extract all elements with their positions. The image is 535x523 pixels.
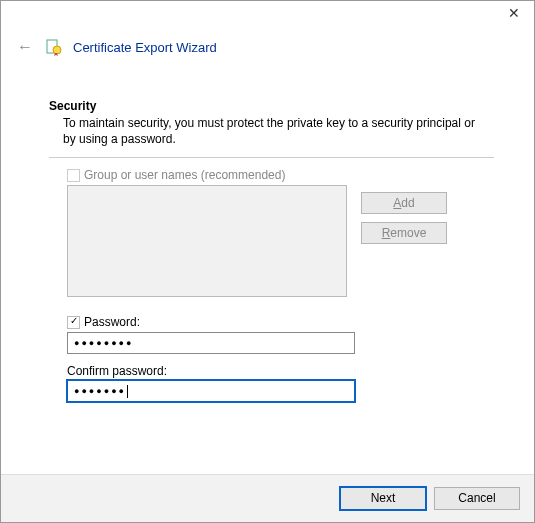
wizard-window: ✕ ← Certificate Export Wizard Security T… [0,0,535,523]
password-input[interactable]: ●●●●●●●● [67,332,355,354]
confirm-password-input[interactable]: ●●●●●●● [67,380,355,402]
next-button-rest: ext [379,491,395,505]
remove-button: Remove [361,222,447,244]
group-names-listbox [67,185,347,297]
back-button[interactable]: ← [15,37,35,57]
group-names-checkbox [67,169,80,182]
add-button-rest: dd [401,196,414,210]
password-checkbox[interactable] [67,316,80,329]
close-button[interactable]: ✕ [494,1,534,25]
text-caret [127,385,128,398]
add-button: Add [361,192,447,214]
security-description: To maintain security, you must protect t… [49,115,494,147]
close-icon: ✕ [508,5,520,21]
certificate-wizard-icon [45,38,63,56]
cancel-button[interactable]: Cancel [434,487,520,510]
password-checkbox-label: Password: [84,315,140,329]
confirm-password-value: ●●●●●●● [74,386,126,396]
password-option[interactable]: Password: [67,315,494,329]
confirm-password-label: Confirm password: [67,364,494,378]
password-value: ●●●●●●●● [74,338,134,348]
titlebar: ✕ [1,1,534,29]
remove-button-rest: emove [390,226,426,240]
security-heading: Security [49,99,494,113]
group-names-option: Group or user names (recommended) [67,168,347,182]
content-area: Security To maintain security, you must … [1,71,534,474]
wizard-header: ← Certificate Export Wizard [1,29,534,71]
divider [49,157,494,158]
back-arrow-icon: ← [17,38,33,56]
svg-point-1 [53,46,61,54]
wizard-title: Certificate Export Wizard [73,40,217,55]
next-button[interactable]: Next [340,487,426,510]
wizard-footer: Next Cancel [1,474,534,522]
group-names-label: Group or user names (recommended) [84,168,285,182]
